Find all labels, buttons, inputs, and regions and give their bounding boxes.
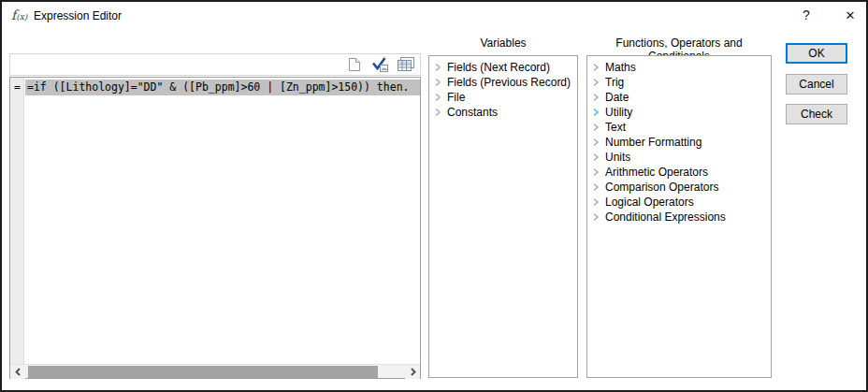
chevron-right-icon	[592, 108, 600, 117]
chevron-right-icon	[592, 152, 600, 162]
chevron-right-icon	[592, 123, 600, 132]
new-expression-icon[interactable]	[345, 56, 364, 73]
chevron-right-icon	[592, 93, 600, 102]
variables-tree-item[interactable]: Fields (Next Record)	[429, 60, 577, 75]
functions-tree-item[interactable]: Comparison Operators	[587, 180, 771, 195]
chevron-right-icon	[592, 138, 600, 147]
variables-list: Fields (Next Record) Fields (Previous Re…	[428, 55, 578, 378]
expression-toolbar	[9, 53, 421, 76]
chevron-right-icon	[434, 108, 441, 117]
functions-tree-item[interactable]: Maths	[587, 60, 771, 75]
scrollbar-thumb[interactable]	[28, 366, 378, 378]
functions-label: Functions, Operators and Conditionals	[584, 36, 774, 50]
chevron-right-icon	[592, 182, 600, 192]
chevron-right-icon	[592, 63, 600, 72]
expression-input[interactable]: = =if ([Lithology]="DD" & ([Pb_ppm]>60 |…	[9, 77, 421, 379]
functions-tree-item[interactable]: Conditional Expressions	[587, 210, 771, 225]
cancel-button[interactable]: Cancel	[786, 74, 847, 94]
variables-tree-item[interactable]: Constants	[429, 105, 577, 120]
fx-icon: f(x)	[11, 7, 27, 22]
insert-field-icon[interactable]	[396, 56, 414, 73]
title-bar: f(x) Expression Editor ? ✕	[2, 2, 866, 30]
functions-tree-item[interactable]: Units	[587, 150, 771, 165]
functions-tree-item[interactable]: Number Formatting	[587, 135, 771, 150]
expression-editor-dialog: f(x) Expression Editor ? ✕	[0, 0, 868, 392]
chevron-right-icon	[434, 63, 441, 72]
chevron-right-icon	[592, 197, 600, 207]
scroll-right-icon[interactable]	[405, 365, 420, 379]
help-button[interactable]: ?	[790, 2, 822, 28]
functions-tree-item[interactable]: Arithmetic Operators	[587, 165, 771, 180]
variables-tree-item[interactable]: File	[429, 90, 577, 105]
chevron-right-icon	[592, 78, 600, 87]
check-button[interactable]: Check	[786, 104, 847, 124]
chevron-right-icon	[434, 78, 441, 87]
chevron-right-icon	[592, 212, 600, 222]
variables-tree-item[interactable]: Fields (Previous Record)	[429, 75, 577, 90]
window-title: Expression Editor	[34, 9, 122, 22]
scroll-left-icon[interactable]	[10, 365, 25, 379]
ok-button[interactable]: OK	[786, 43, 847, 64]
functions-tree-item[interactable]: Trig	[587, 75, 771, 90]
equals-gutter-symbol: =	[14, 80, 21, 94]
editor-gutter: =	[10, 78, 24, 364]
chevron-right-icon	[434, 93, 441, 102]
functions-tree-item[interactable]: Text	[587, 120, 771, 135]
functions-tree-item[interactable]: Logical Operators	[587, 195, 771, 210]
functions-list: Maths Trig Date Utility Text	[586, 55, 772, 378]
chevron-right-icon	[592, 167, 600, 177]
functions-tree-item[interactable]: Date	[587, 90, 771, 105]
close-button[interactable]: ✕	[834, 2, 866, 28]
variables-label: Variables	[428, 36, 578, 50]
functions-tree-item[interactable]: Utility	[587, 105, 771, 120]
check-expression-icon[interactable]	[370, 56, 389, 73]
horizontal-scrollbar[interactable]	[10, 364, 420, 378]
expression-text-selected: =if ([Lithology]="DD" & ([Pb_ppm]>60 | […	[25, 80, 420, 95]
